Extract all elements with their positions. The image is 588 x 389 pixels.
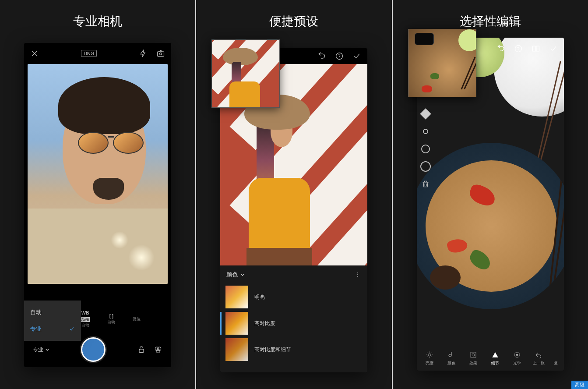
thermometer-icon <box>447 351 455 359</box>
preset-thumbnail <box>225 312 248 335</box>
check-icon <box>69 326 75 332</box>
mode-selector[interactable]: 专业 <box>33 346 49 354</box>
svg-point-8 <box>357 274 358 275</box>
undo-icon[interactable] <box>496 44 505 53</box>
chevron-down-icon <box>45 347 49 352</box>
selective-tools-column <box>418 108 433 190</box>
svg-line-19 <box>431 357 432 357</box>
thumb-sauce-dish <box>415 33 434 45</box>
svg-rect-12 <box>536 46 539 51</box>
preset-item[interactable]: 高对比度和细节 <box>220 336 367 363</box>
tool-brightness[interactable]: 亮度 <box>420 350 439 366</box>
mode-popup: 自动 专业 <box>24 301 81 341</box>
preset-item[interactable]: 高对比度 <box>220 310 367 336</box>
previous-icon <box>535 351 543 359</box>
svg-point-7 <box>357 272 358 273</box>
brush-large-tool[interactable] <box>419 160 432 173</box>
svg-rect-0 <box>158 52 164 57</box>
svg-point-5 <box>156 349 160 353</box>
confirm-icon[interactable] <box>549 44 558 53</box>
camera-viewfinder[interactable] <box>28 64 168 284</box>
portrait-woman <box>236 90 319 265</box>
panel-pro-camera: 专业相机 DNG <box>0 0 195 389</box>
svg-rect-2 <box>139 349 144 353</box>
presets-panel: 颜色 明亮 高对比度 高对比度和细节 <box>220 265 367 372</box>
compare-icon[interactable] <box>532 44 540 53</box>
panel-title: 选择性编辑 <box>460 13 521 30</box>
svg-line-21 <box>431 353 432 354</box>
switch-camera-icon[interactable] <box>156 49 165 58</box>
filters-icon[interactable] <box>154 345 162 354</box>
more-icon[interactable] <box>354 271 361 278</box>
selective-edit-screen: 亮度 颜色 效果 细节 光学 <box>417 38 564 371</box>
triangle-icon <box>491 351 499 359</box>
format-badge[interactable]: DNG <box>81 50 97 57</box>
presets-panel-header[interactable]: 颜色 <box>220 265 367 284</box>
control-focus[interactable]: [ ] 自动 <box>107 313 115 325</box>
undo-icon[interactable] <box>317 52 326 60</box>
advanced-badge[interactable]: 高级 <box>571 381 588 389</box>
before-thumbnail[interactable] <box>211 39 280 108</box>
mode-option-pro[interactable]: 专业 <box>24 321 81 337</box>
portrait-image <box>28 64 168 284</box>
tool-color[interactable]: 颜色 <box>442 350 461 366</box>
shutter-button[interactable] <box>81 337 106 362</box>
mode-option-auto[interactable]: 自动 <box>24 304 81 321</box>
panel-title: 专业相机 <box>73 13 122 30</box>
preset-thumbnail <box>225 286 248 308</box>
main-dish-bowl <box>417 143 564 309</box>
preset-thumbnail <box>225 338 248 361</box>
lens-icon <box>513 351 521 359</box>
svg-point-23 <box>472 354 475 356</box>
camera-top-bar: DNG <box>24 43 171 64</box>
brush-small-tool[interactable] <box>419 125 432 138</box>
help-icon[interactable] <box>514 44 523 53</box>
brush-medium-tool[interactable] <box>419 143 432 155</box>
tool-more[interactable]: 复 <box>552 350 560 366</box>
before-thumbnail[interactable] <box>408 29 476 97</box>
close-icon[interactable] <box>30 49 39 58</box>
flash-icon[interactable] <box>139 49 148 58</box>
control-reset[interactable]: 复位 <box>133 316 141 322</box>
svg-point-4 <box>157 347 161 350</box>
tool-optics[interactable]: 光学 <box>508 350 526 366</box>
svg-rect-11 <box>532 46 535 51</box>
presets-screen: 颜色 明亮 高对比度 高对比度和细节 <box>220 48 367 372</box>
svg-point-9 <box>357 276 358 277</box>
help-icon[interactable] <box>335 52 344 60</box>
svg-line-18 <box>427 353 428 354</box>
tool-previous[interactable]: 上一张 <box>530 350 548 366</box>
trash-icon <box>421 180 430 188</box>
svg-line-20 <box>427 357 428 357</box>
confirm-icon[interactable] <box>352 52 361 60</box>
eraser-tool[interactable] <box>419 108 432 120</box>
camera-screen: DNG ISO 自动 <box>24 43 171 367</box>
svg-point-25 <box>516 354 518 356</box>
lock-icon[interactable] <box>137 345 146 354</box>
tool-effects[interactable]: 效果 <box>464 350 482 366</box>
svg-point-13 <box>428 354 431 356</box>
svg-point-1 <box>160 53 162 55</box>
panel-selective-edit: 选择性编辑 <box>393 0 588 389</box>
delete-tool[interactable] <box>419 178 432 190</box>
vignette-icon <box>469 351 477 359</box>
control-wb[interactable]: WB AWB 自动 <box>81 310 90 328</box>
svg-rect-22 <box>471 352 476 357</box>
preset-item[interactable]: 明亮 <box>220 284 367 310</box>
edit-tools-bar: 亮度 颜色 效果 细节 光学 <box>417 346 564 371</box>
chevron-down-icon <box>240 272 245 277</box>
panel-presets: 便捷预设 <box>196 0 391 389</box>
sun-icon <box>426 351 433 359</box>
panel-title: 便捷预设 <box>269 13 318 30</box>
tool-detail[interactable]: 细节 <box>486 350 504 366</box>
